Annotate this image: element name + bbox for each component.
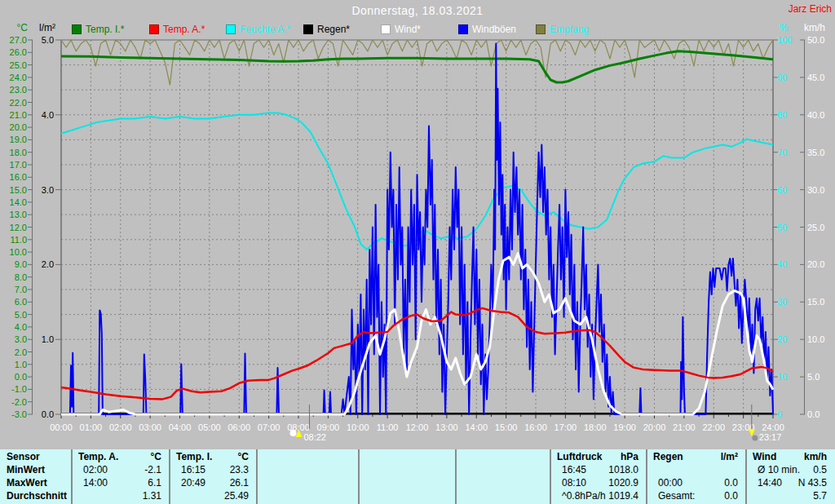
humidity-axis-label: 100 bbox=[777, 35, 792, 45]
x-axis-label: 14:00 bbox=[465, 422, 488, 432]
temp-axis-label: -1.0 bbox=[11, 384, 27, 394]
temp-axis-label: 2.0 bbox=[15, 347, 27, 357]
chart-plot-area[interactable]: 27.026.025.024.023.022.021.020.019.018.0… bbox=[0, 0, 835, 449]
wind-axis-label: 15.0 bbox=[807, 297, 824, 307]
wind-axis-label: 35.0 bbox=[807, 148, 824, 157]
x-axis-label: 02:00 bbox=[109, 422, 132, 432]
temp-axis-label: 10.0 bbox=[10, 247, 27, 257]
temp-axis-label: 27.0 bbox=[10, 35, 27, 45]
footer-value-temp-i: 25.49 bbox=[176, 490, 249, 502]
temp-axis-label: 9.0 bbox=[15, 259, 27, 269]
footer-col-unit-temp-a: °C bbox=[78, 451, 161, 463]
temp-axis-label: 4.0 bbox=[15, 322, 27, 332]
footer-col-unit-luftdruck: hPa bbox=[557, 451, 638, 463]
footer-stats-table: SensorMinWertMaxWertDurchschnittTemp. A.… bbox=[0, 449, 835, 504]
x-axis-label: 16:00 bbox=[524, 422, 547, 432]
temp-axis-label: 16.0 bbox=[10, 172, 27, 182]
footer-value-temp-i: 26.1 bbox=[176, 477, 249, 489]
temp-axis-label: 14.0 bbox=[10, 197, 27, 207]
footer-value-luftdruck: 1018.0 bbox=[557, 464, 638, 476]
footer-separator bbox=[358, 449, 360, 504]
x-axis-label: 04:00 bbox=[169, 422, 192, 432]
marker-time-label: 08:22 bbox=[303, 432, 326, 442]
temp-axis-label: 0.0 bbox=[15, 372, 27, 382]
temp-axis-label: 3.0 bbox=[15, 334, 27, 344]
footer-row-label: Sensor bbox=[7, 451, 70, 463]
temp-axis-label: 12.0 bbox=[10, 223, 27, 232]
temp-axis-label: 1.0 bbox=[15, 360, 27, 369]
footer-col-unit-regen: l/m² bbox=[653, 451, 738, 463]
x-axis-label: 10:00 bbox=[347, 422, 369, 432]
footer-value-wind: 5.7 bbox=[753, 490, 827, 502]
x-axis-label: 19:00 bbox=[613, 422, 636, 432]
rain-axis-label: 1.0 bbox=[42, 334, 54, 344]
temp-axis-label: -3.0 bbox=[11, 409, 27, 419]
rain-axis-label: 5.0 bbox=[42, 35, 54, 45]
temp-axis-label: 7.0 bbox=[15, 285, 27, 294]
humidity-axis-label: 80 bbox=[777, 110, 787, 120]
wind-axis-label: 50.0 bbox=[807, 35, 824, 45]
x-axis-label: 21:00 bbox=[673, 422, 696, 432]
wind-axis-label: 25.0 bbox=[807, 223, 824, 232]
x-axis-label: 05:00 bbox=[198, 422, 221, 432]
wind-axis-label: 20.0 bbox=[807, 259, 824, 269]
wind-axis-label: 30.0 bbox=[807, 185, 824, 195]
rain-axis-label: 2.0 bbox=[42, 259, 54, 269]
temp-axis-label: 18.0 bbox=[10, 148, 27, 157]
footer-value-regen: 0.0 bbox=[653, 477, 738, 489]
x-axis-label: 22:00 bbox=[702, 422, 725, 432]
temp-axis-label: 8.0 bbox=[15, 272, 27, 282]
x-axis-label: 15:00 bbox=[495, 422, 518, 432]
moonset-arrow-icon bbox=[749, 429, 755, 436]
x-axis-label: 01:00 bbox=[80, 422, 103, 432]
temp-axis-label: -2.0 bbox=[11, 397, 27, 407]
temp-axis-label: 23.0 bbox=[10, 85, 27, 95]
temp-axis-label: 21.0 bbox=[10, 110, 27, 120]
footer-value-luftdruck: 1020.9 bbox=[557, 477, 638, 489]
humidity-axis-label: 0 bbox=[777, 409, 782, 419]
rain-axis-label: 3.0 bbox=[42, 185, 54, 195]
x-axis-label: 09:00 bbox=[317, 422, 340, 432]
footer-value-temp-a: 1.31 bbox=[78, 490, 161, 502]
footer-separator bbox=[646, 449, 647, 504]
footer-separator bbox=[455, 449, 457, 504]
humidity-axis-label: 10 bbox=[777, 372, 787, 382]
temp-axis-label: 22.0 bbox=[10, 98, 27, 108]
humidity-axis-label: 50 bbox=[777, 223, 787, 232]
footer-value-luftdruck: 1019.4 bbox=[557, 490, 638, 502]
footer-separator bbox=[745, 449, 747, 504]
moonset-icon bbox=[752, 435, 758, 441]
footer-value-temp-a: -2.1 bbox=[78, 464, 161, 476]
x-axis-label: 00:00 bbox=[50, 422, 73, 432]
temp-axis-label: 6.0 bbox=[15, 297, 27, 307]
humidity-axis-label: 90 bbox=[777, 73, 787, 82]
footer-col-unit-wind: km/h bbox=[753, 451, 827, 463]
x-axis-label: 20:00 bbox=[643, 422, 666, 432]
footer-col-unit-temp-i: °C bbox=[176, 451, 249, 463]
temp-axis-label: 25.0 bbox=[10, 60, 27, 70]
humidity-axis-label: 60 bbox=[777, 185, 787, 195]
temp-axis-label: 26.0 bbox=[10, 47, 27, 57]
temp-axis-label: 15.0 bbox=[10, 185, 27, 195]
footer-value-temp-i: 23.3 bbox=[176, 464, 249, 476]
humidity-axis-label: 30 bbox=[777, 297, 787, 307]
temp-axis-label: 24.0 bbox=[10, 73, 27, 82]
rain-axis-label: 0.0 bbox=[42, 409, 54, 419]
x-axis-label: 06:00 bbox=[228, 422, 250, 432]
weather-chart-window: Donnerstag, 18.03.2021 Jarz Erich °C l/m… bbox=[0, 0, 835, 504]
x-axis-label: 17:00 bbox=[554, 422, 577, 432]
footer-value-regen: 0.0 bbox=[653, 490, 738, 502]
humidity-axis-label: 40 bbox=[777, 259, 787, 269]
temp-axis-label: 17.0 bbox=[10, 160, 27, 170]
humidity-axis-label: 20 bbox=[777, 334, 787, 344]
marker-time-label: 23:17 bbox=[759, 432, 782, 442]
footer-separator bbox=[256, 449, 258, 504]
x-axis-label: 07:00 bbox=[258, 422, 281, 432]
x-axis-label: 24:00 bbox=[762, 422, 784, 432]
footer-row-label: MinWert bbox=[7, 464, 70, 476]
footer-separator bbox=[169, 449, 170, 504]
moonrise-icon bbox=[289, 430, 296, 436]
temp-axis-label: 20.0 bbox=[10, 122, 27, 132]
wind-axis-label: 5.0 bbox=[807, 372, 820, 382]
wind-axis-label: 40.0 bbox=[807, 110, 824, 120]
